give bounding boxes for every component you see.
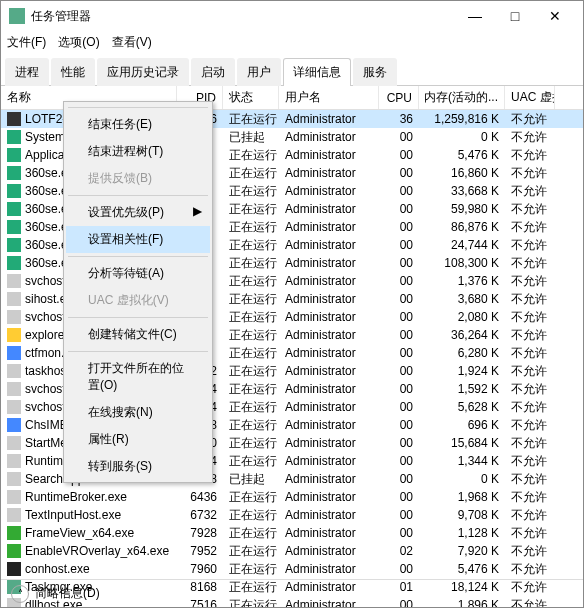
cpu: 00 (379, 166, 419, 180)
col-mem[interactable]: 内存(活动的... (419, 86, 505, 109)
user: Administrator (279, 256, 379, 270)
memory: 24,744 K (419, 238, 505, 252)
user: Administrator (279, 238, 379, 252)
tab[interactable]: 用户 (237, 58, 281, 86)
status: 正在运行 (223, 453, 279, 470)
memory: 5,476 K (419, 562, 505, 576)
process-icon (7, 490, 21, 504)
tab[interactable]: 详细信息 (283, 58, 351, 86)
cpu: 00 (379, 256, 419, 270)
status: 正在运行 (223, 561, 279, 578)
status: 正在运行 (223, 417, 279, 434)
status: 已挂起 (223, 129, 279, 146)
context-menu-item[interactable]: 分析等待链(A) (66, 260, 210, 287)
uac: 不允许 (505, 363, 555, 380)
cpu: 00 (379, 202, 419, 216)
cpu: 00 (379, 472, 419, 486)
context-menu-item[interactable]: 在线搜索(N) (66, 399, 210, 426)
pid: 6732 (177, 508, 223, 522)
memory: 36,264 K (419, 328, 505, 342)
context-menu-item[interactable]: 结束任务(E) (66, 111, 210, 138)
tab[interactable]: 服务 (353, 58, 397, 86)
process-row[interactable]: FrameView_x64.exe7928正在运行Administrator00… (1, 524, 583, 542)
col-status[interactable]: 状态 (223, 86, 279, 109)
user: Administrator (279, 544, 379, 558)
uac: 不允许 (505, 489, 555, 506)
col-user[interactable]: 用户名 (279, 86, 379, 109)
user: Administrator (279, 220, 379, 234)
close-button[interactable]: ✕ (535, 2, 575, 30)
status: 已挂起 (223, 471, 279, 488)
memory: 1,344 K (419, 454, 505, 468)
process-icon (7, 544, 21, 558)
process-icon (7, 202, 21, 216)
process-row[interactable]: RuntimeBroker.exe6436正在运行Administrator00… (1, 488, 583, 506)
context-menu-item[interactable]: 属性(R) (66, 426, 210, 453)
menu-bar: 文件(F)选项(O)查看(V) (1, 31, 583, 53)
status: 正在运行 (223, 291, 279, 308)
expand-icon[interactable]: ˄ (11, 585, 29, 603)
process-name: TextInputHost.exe (25, 508, 121, 522)
memory: 3,680 K (419, 292, 505, 306)
context-menu-item[interactable]: 设置优先级(P)▶ (66, 199, 210, 226)
uac: 不允许 (505, 525, 555, 542)
context-menu-item[interactable]: 结束进程树(T) (66, 138, 210, 165)
menu-separator (68, 107, 208, 108)
uac: 不允许 (505, 219, 555, 236)
user: Administrator (279, 346, 379, 360)
cpu: 00 (379, 310, 419, 324)
context-menu-item[interactable]: 转到服务(S) (66, 453, 210, 480)
user: Administrator (279, 436, 379, 450)
process-icon (7, 274, 21, 288)
cpu: 00 (379, 562, 419, 576)
title-bar: 任务管理器 — □ ✕ (1, 1, 583, 31)
user: Administrator (279, 184, 379, 198)
tab[interactable]: 性能 (51, 58, 95, 86)
status: 正在运行 (223, 255, 279, 272)
memory: 1,376 K (419, 274, 505, 288)
context-menu-item[interactable]: 打开文件所在的位置(O) (66, 355, 210, 399)
cpu: 36 (379, 112, 419, 126)
tab[interactable]: 启动 (191, 58, 235, 86)
status: 正在运行 (223, 399, 279, 416)
memory: 1,968 K (419, 490, 505, 504)
memory: 9,708 K (419, 508, 505, 522)
process-icon (7, 184, 21, 198)
context-menu-item[interactable]: 创建转储文件(C) (66, 321, 210, 348)
pid: 7928 (177, 526, 223, 540)
status: 正在运行 (223, 309, 279, 326)
user: Administrator (279, 418, 379, 432)
process-row[interactable]: conhost.exe7960正在运行Administrator005,476 … (1, 560, 583, 578)
process-row[interactable]: TextInputHost.exe6732正在运行Administrator00… (1, 506, 583, 524)
process-name: EnableVROverlay_x64.exe (25, 544, 169, 558)
status: 正在运行 (223, 435, 279, 452)
status: 正在运行 (223, 219, 279, 236)
menu-separator (68, 195, 208, 196)
col-uac[interactable]: UAC 虚拟化 (505, 86, 555, 109)
status-label[interactable]: 简略信息(D) (35, 585, 100, 602)
menu-item[interactable]: 文件(F) (7, 34, 46, 51)
uac: 不允许 (505, 129, 555, 146)
minimize-button[interactable]: — (455, 2, 495, 30)
uac: 不允许 (505, 291, 555, 308)
cpu: 00 (379, 364, 419, 378)
tab[interactable]: 应用历史记录 (97, 58, 189, 86)
context-menu: 结束任务(E)结束进程树(T)提供反馈(B)设置优先级(P)▶设置相关性(F)分… (63, 101, 213, 483)
tab[interactable]: 进程 (5, 58, 49, 86)
memory: 33,668 K (419, 184, 505, 198)
uac: 不允许 (505, 453, 555, 470)
user: Administrator (279, 328, 379, 342)
col-cpu[interactable]: CPU (379, 86, 419, 109)
status: 正在运行 (223, 201, 279, 218)
process-row[interactable]: EnableVROverlay_x64.exe7952正在运行Administr… (1, 542, 583, 560)
menu-item[interactable]: 选项(O) (58, 34, 99, 51)
uac: 不允许 (505, 345, 555, 362)
submenu-arrow-icon: ▶ (193, 204, 202, 218)
context-menu-item[interactable]: 设置相关性(F) (66, 226, 210, 253)
user: Administrator (279, 508, 379, 522)
menu-item[interactable]: 查看(V) (112, 34, 152, 51)
user: Administrator (279, 202, 379, 216)
maximize-button[interactable]: □ (495, 2, 535, 30)
user: Administrator (279, 400, 379, 414)
memory: 86,876 K (419, 220, 505, 234)
